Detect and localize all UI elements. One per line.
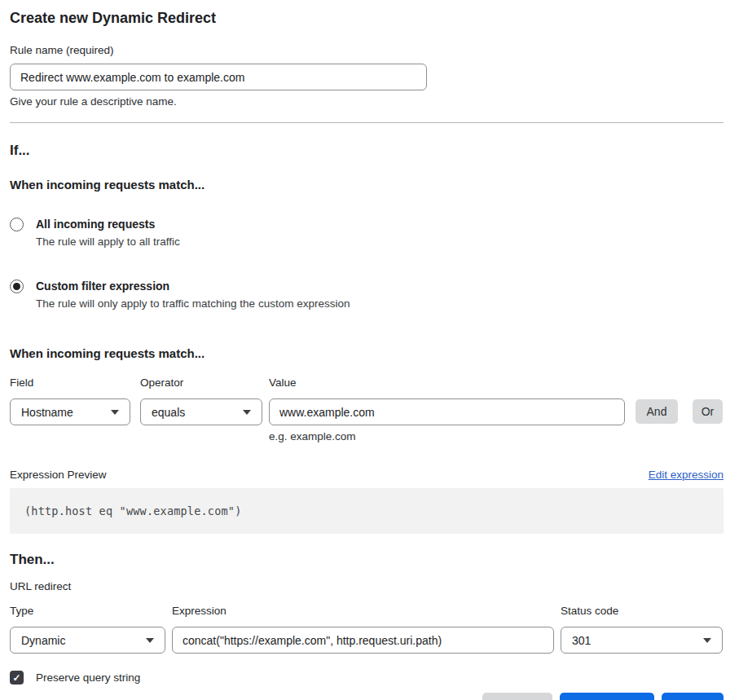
operator-column: Operator equals xyxy=(140,376,262,425)
section-divider xyxy=(10,122,724,123)
condition-row: Field Hostname Operator equals Value And… xyxy=(10,376,724,425)
rule-name-help: Give your rule a descriptive name. xyxy=(10,95,724,108)
create-redirect-form: Create new Dynamic Redirect Rule name (r… xyxy=(0,0,739,700)
or-button[interactable]: Or xyxy=(693,399,723,424)
radio-all-requests[interactable] xyxy=(10,218,24,231)
edit-expression-link[interactable]: Edit expression xyxy=(649,469,724,481)
field-select-value: Hostname xyxy=(21,406,73,419)
radio-all-requests-description: The rule will apply to all traffic xyxy=(36,236,180,249)
radio-all-requests-label: All incoming requests xyxy=(36,217,180,231)
footer-actions: Cancel Save as Draft Deploy xyxy=(10,693,724,700)
preserve-query-checkbox[interactable]: ✓ xyxy=(10,671,24,685)
radio-option-all-requests[interactable]: All incoming requests The rule will appl… xyxy=(10,217,724,249)
field-column: Field Hostname xyxy=(10,376,130,425)
checkmark-icon: ✓ xyxy=(12,672,20,684)
value-input[interactable] xyxy=(269,398,625,425)
value-help: e.g. example.com xyxy=(269,430,724,443)
status-code-column: Status code 301 xyxy=(561,605,723,654)
type-label: Type xyxy=(10,605,165,618)
type-select-value: Dynamic xyxy=(21,634,65,647)
expression-preview-label: Expression Preview xyxy=(10,469,107,482)
expression-preview-header: Expression Preview Edit expression xyxy=(10,469,724,482)
value-label: Value xyxy=(269,376,625,390)
chevron-down-icon xyxy=(111,410,119,415)
operator-select[interactable]: equals xyxy=(140,398,262,425)
builder-heading: When incoming requests match... xyxy=(10,346,724,361)
chevron-down-icon xyxy=(146,638,154,643)
chevron-down-icon xyxy=(243,410,251,415)
radio-custom-filter-label: Custom filter expression xyxy=(36,279,350,293)
save-as-draft-button[interactable]: Save as Draft xyxy=(560,693,655,700)
preserve-query-row[interactable]: ✓ Preserve query string xyxy=(10,671,724,685)
type-column: Type Dynamic xyxy=(10,605,165,654)
radio-custom-filter-description: The rule will only apply to traffic matc… xyxy=(36,297,350,310)
status-code-select-value: 301 xyxy=(572,634,591,647)
expression-column: Expression xyxy=(172,605,554,654)
type-select[interactable]: Dynamic xyxy=(10,627,165,654)
status-code-label: Status code xyxy=(561,605,723,618)
cancel-button[interactable]: Cancel xyxy=(482,693,552,700)
value-column: Value xyxy=(269,376,625,425)
expression-label: Expression xyxy=(172,605,554,618)
operator-label: Operator xyxy=(140,376,262,390)
radio-custom-filter[interactable] xyxy=(10,280,24,293)
field-select[interactable]: Hostname xyxy=(10,398,130,425)
match-heading: When incoming requests match... xyxy=(10,178,724,192)
radio-option-texts: Custom filter expression The rule will o… xyxy=(36,279,350,310)
rule-name-input[interactable] xyxy=(10,64,427,90)
radio-option-texts: All incoming requests The rule will appl… xyxy=(36,217,180,249)
deploy-button[interactable]: Deploy xyxy=(662,693,724,700)
expression-preview-box: (http.host eq "www.example.com") xyxy=(10,488,724,534)
if-heading: If... xyxy=(10,143,724,159)
radio-option-custom-filter[interactable]: Custom filter expression The rule will o… xyxy=(10,279,724,310)
status-code-select[interactable]: 301 xyxy=(561,627,723,654)
preserve-query-label: Preserve query string xyxy=(36,671,140,684)
rule-name-label: Rule name (required) xyxy=(10,44,724,57)
page-title: Create new Dynamic Redirect xyxy=(10,9,724,27)
and-button[interactable]: And xyxy=(636,399,678,424)
field-label: Field xyxy=(10,376,130,390)
then-heading: Then... xyxy=(10,552,724,568)
expression-preview-code: (http.host eq "www.example.com") xyxy=(24,504,242,517)
expression-input[interactable] xyxy=(172,627,554,654)
operator-select-value: equals xyxy=(152,406,185,419)
url-redirect-label: URL redirect xyxy=(10,580,724,593)
redirect-settings-row: Type Dynamic Expression Status code 301 xyxy=(10,605,724,654)
chevron-down-icon xyxy=(703,638,711,643)
